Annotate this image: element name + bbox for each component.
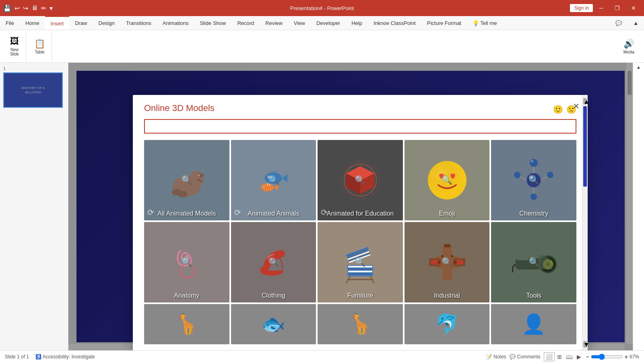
status-right: 📝 Notes 💬 Comments ⬜ ⊞ 📖 ▶ − + 67% xyxy=(486,352,639,361)
thumbs-up-button[interactable]: 🙂 xyxy=(553,105,563,114)
ribbon-group-tables: 📋 Table xyxy=(28,32,52,61)
ribbon-tabs: File Home Insert Draw Design Transitions… xyxy=(0,16,644,30)
title-bar-right: Sign in ─ ❐ ✕ xyxy=(570,3,641,13)
tab-tell-me[interactable]: 💡 Tell me xyxy=(467,16,503,30)
category-row3-5[interactable]: 👤 xyxy=(491,304,576,344)
tab-view[interactable]: View xyxy=(288,16,311,30)
svg-point-21 xyxy=(263,186,264,187)
categories-grid: 🔍 All Animated Models ⟳ xyxy=(133,140,588,350)
tab-home[interactable]: Home xyxy=(20,16,45,30)
category-chemistry[interactable]: 🔍 Chemistry xyxy=(491,140,576,220)
category-all-animated[interactable]: 🔍 All Animated Models ⟳ xyxy=(144,140,229,220)
view-buttons: ⬜ ⊞ 📖 ▶ xyxy=(544,352,583,361)
zoom-out-button[interactable]: − xyxy=(586,354,589,360)
modal-scrollbar[interactable]: ▲ ▼ xyxy=(582,95,588,350)
tab-slideshow[interactable]: Slide Show xyxy=(194,16,231,30)
close-button[interactable]: ✕ xyxy=(626,3,641,13)
scroll-thumb[interactable] xyxy=(583,106,587,187)
svg-point-64 xyxy=(438,261,441,264)
search-overlay-icon-animals: 🔍 xyxy=(268,175,279,185)
category-label-furniture: Furniture xyxy=(318,289,403,302)
category-emoji[interactable]: 🔍 Emoji xyxy=(405,140,490,220)
zoom-level: 67% xyxy=(630,354,639,360)
notes-button[interactable]: 📝 Notes xyxy=(486,354,506,360)
tab-help[interactable]: Help xyxy=(346,16,368,30)
scroll-down-arrow[interactable]: ▼ xyxy=(583,341,587,348)
accessibility-status: ♿ Accessibility: Investigate xyxy=(35,354,95,360)
search-overlay-icon: 🔍 xyxy=(181,175,192,185)
svg-line-35 xyxy=(520,176,526,180)
svg-rect-50 xyxy=(348,268,372,270)
slide-sorter-button[interactable]: ⊞ xyxy=(555,352,564,361)
dropdown-icon[interactable]: ▾ xyxy=(50,4,53,12)
tab-classpoint[interactable]: Inknoe ClassPoint xyxy=(368,16,421,30)
present-icon[interactable]: 🖥 xyxy=(31,4,38,12)
search-overlay-icon-emoji: 🔍 xyxy=(442,175,452,185)
category-industrial[interactable]: 🔍 Industrial xyxy=(405,222,490,302)
ribbon-collapse[interactable]: ▲ xyxy=(627,16,644,30)
tab-record[interactable]: Record xyxy=(231,16,260,30)
category-tools[interactable]: 🔍 Tools xyxy=(491,222,576,302)
slide-thumb-label: ANATOMY OF AJELLYFISH xyxy=(21,86,45,95)
svg-line-37 xyxy=(541,176,548,180)
tab-animations[interactable]: Animations xyxy=(157,16,194,30)
slide-thumbnail[interactable]: ANATOMY OF AJELLYFISH xyxy=(3,72,63,108)
title-bar-left: 💾 ↩ ↪ 🖥 ✏ ▾ xyxy=(3,4,53,12)
tab-transitions[interactable]: Transitions xyxy=(120,16,157,30)
tab-file[interactable]: File xyxy=(0,16,20,30)
save-icon[interactable]: 💾 xyxy=(3,4,11,12)
search-overlay-icon-industrial: 🔍 xyxy=(442,257,452,267)
maximize-button[interactable]: ❐ xyxy=(610,3,625,13)
presenter-view-button[interactable]: ▶ xyxy=(575,352,583,361)
scroll-up-arrow[interactable]: ▲ xyxy=(583,98,587,105)
pen-icon[interactable]: ✏ xyxy=(41,4,46,12)
zoom-slider[interactable] xyxy=(591,354,623,360)
category-row3-4[interactable]: 🐬 xyxy=(405,304,490,344)
search-overlay-icon-anatomy: 🔍 xyxy=(181,257,192,267)
tab-design[interactable]: Design xyxy=(93,16,120,30)
table-button[interactable]: 📋 Table xyxy=(31,37,48,56)
category-furniture[interactable]: 🔍 Furniture xyxy=(318,222,403,302)
zoom-in-button[interactable]: + xyxy=(625,354,628,360)
new-slide-icon: 🖼 xyxy=(10,36,19,47)
svg-point-65 xyxy=(454,261,457,264)
sign-in-button[interactable]: Sign in xyxy=(570,4,593,12)
row3-icon-2: 🐟 xyxy=(261,313,285,335)
category-animated-animals[interactable]: 🔍 Animated Animals ⟳ xyxy=(231,140,316,220)
category-label-emoji: Emoji xyxy=(405,207,490,220)
svg-point-4 xyxy=(198,175,199,176)
tab-developer[interactable]: Developer xyxy=(311,16,346,30)
redo-icon[interactable]: ↪ xyxy=(23,4,28,12)
svg-rect-74 xyxy=(524,252,528,260)
category-label-clothing: Clothing xyxy=(231,289,316,302)
category-row3-1[interactable]: 🦒 xyxy=(144,304,229,344)
svg-point-32 xyxy=(530,159,538,167)
category-animated-edu[interactable]: 🔍 Animated for Education ⟳ xyxy=(318,140,403,220)
media-button[interactable]: 🔊 Media xyxy=(620,37,638,56)
comments-button[interactable]: 💬 Comments xyxy=(510,354,541,360)
right-panel-toggle[interactable]: ▲ xyxy=(636,64,641,70)
zoom-control: − + 67% xyxy=(586,354,639,360)
tab-draw[interactable]: Draw xyxy=(69,16,93,30)
svg-point-40 xyxy=(530,193,537,200)
tab-insert[interactable]: Insert xyxy=(45,16,70,30)
minimize-button[interactable]: ─ xyxy=(594,3,608,13)
tab-review[interactable]: Review xyxy=(260,16,288,30)
category-row3-3[interactable]: 🦒 xyxy=(318,304,403,344)
svg-point-9 xyxy=(178,191,188,197)
normal-view-button[interactable]: ⬜ xyxy=(544,352,555,361)
reading-view-button[interactable]: 📖 xyxy=(564,352,574,361)
canvas-area: ANATOMY OF A JELLYFISH ✕ Online 3D Model… xyxy=(68,63,633,350)
category-anatomy[interactable]: 🔍 Anatomy xyxy=(144,222,229,302)
new-slide-button[interactable]: 🖼 NewSlide xyxy=(6,35,23,58)
modal-close-button[interactable]: ✕ xyxy=(571,100,581,113)
category-row3-2[interactable]: 🐟 xyxy=(231,304,316,344)
search-input[interactable] xyxy=(144,119,576,134)
tab-picture-format[interactable]: Picture Format xyxy=(421,16,467,30)
undo-icon[interactable]: ↩ xyxy=(14,4,20,12)
row3-icon-4: 🐬 xyxy=(435,313,459,335)
tab-comments-icon[interactable]: 💬 xyxy=(610,16,627,30)
category-clothing[interactable]: 🔍 Clothing xyxy=(231,222,316,302)
table-icon: 📋 xyxy=(34,39,45,49)
online-3d-models-modal: ✕ Online 3D Models 🙂 🙁 xyxy=(133,95,588,350)
